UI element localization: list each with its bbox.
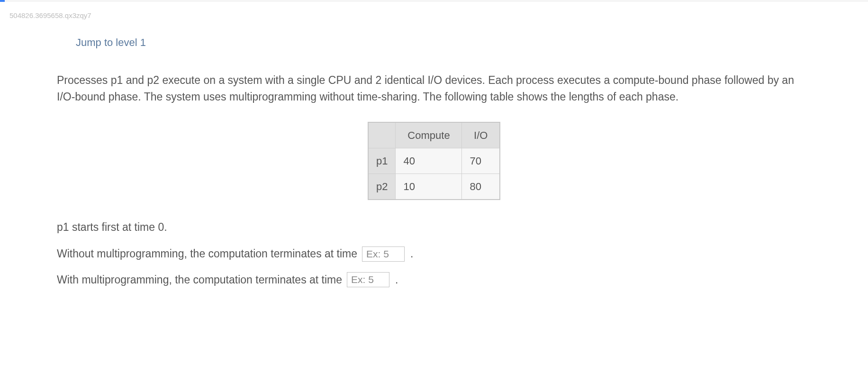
table-header-blank <box>368 122 396 148</box>
table-cell-io: 70 <box>462 148 500 173</box>
answer-line-text: Without multiprogramming, the computatio… <box>57 246 357 262</box>
table-row-label: p2 <box>368 173 396 200</box>
start-note: p1 starts first at time 0. <box>57 219 811 236</box>
answer-line-with: With multiprogramming, the computation t… <box>57 272 811 288</box>
question-prompt: Processes p1 and p2 execute on a system … <box>57 72 811 106</box>
table-row: p2 10 80 <box>368 173 500 200</box>
table-header-io: I/O <box>462 122 500 148</box>
table-cell-compute: 40 <box>396 148 462 173</box>
phase-table: Compute I/O p1 40 70 p2 10 80 <box>368 122 500 200</box>
period-text: . <box>410 246 413 262</box>
top-progress-bar <box>0 0 868 2</box>
table-cell-compute: 10 <box>396 173 462 200</box>
answer-line-text: With multiprogramming, the computation t… <box>57 272 342 288</box>
table-row-label: p1 <box>368 148 396 173</box>
question-id: 504826.3695658.qx3zqy7 <box>0 2 868 21</box>
table-cell-io: 80 <box>462 173 500 200</box>
jump-to-level-link[interactable]: Jump to level 1 <box>76 35 868 50</box>
table-header-compute: Compute <box>396 122 462 148</box>
with-multiprogramming-input[interactable] <box>347 272 389 287</box>
content-wrapper: 504826.3695658.qx3zqy7 Jump to level 1 P… <box>0 2 868 316</box>
without-multiprogramming-input[interactable] <box>362 246 405 262</box>
table-row: p1 40 70 <box>368 148 500 173</box>
table-header-row: Compute I/O <box>368 122 500 148</box>
question-body: Processes p1 and p2 execute on a system … <box>57 72 811 288</box>
answer-line-without: Without multiprogramming, the computatio… <box>57 246 811 262</box>
period-text: . <box>395 272 398 288</box>
